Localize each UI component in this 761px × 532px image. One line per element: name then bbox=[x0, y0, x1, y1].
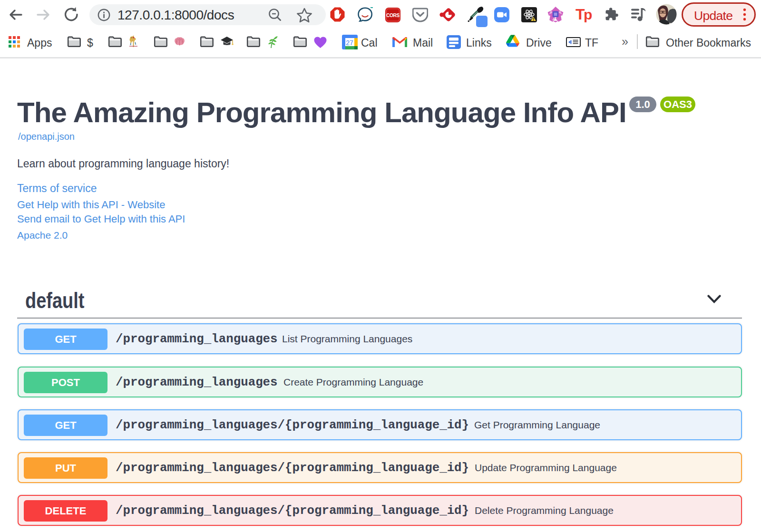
svg-text:27: 27 bbox=[346, 39, 353, 47]
svg-text:CORS: CORS bbox=[386, 13, 400, 18]
